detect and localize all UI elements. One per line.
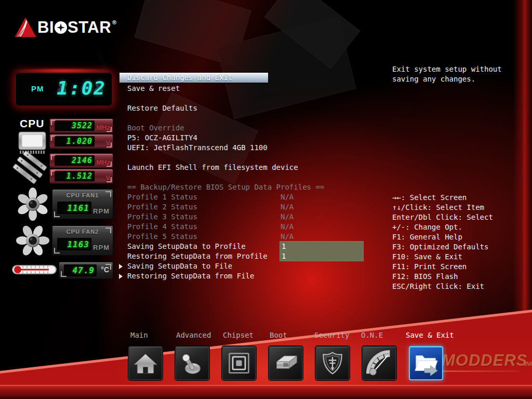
tab-tile-save-exit[interactable] [409,346,443,380]
bios-setup-screen: BISTAR® PM 8:88 1:02 CPU 8888 3522 MHz 8… [0,0,532,399]
tab-bar: Main Advanced Chipset Boot Security O.N.… [0,0,532,399]
tab-chipset[interactable]: Chipset [223,330,254,340]
tab-tile-security[interactable] [315,346,350,380]
tab-tile-one[interactable] [362,346,396,380]
tab-tile-advanced[interactable] [175,346,209,380]
home-icon [132,350,158,376]
tab-one[interactable]: O.N.E [361,330,383,340]
drive-icon [273,350,299,376]
tab-advanced[interactable]: Advanced [176,330,211,340]
tab-boot[interactable]: Boot [270,330,287,340]
tab-save-exit[interactable]: Save & Exit [406,330,454,340]
shield-icon [320,350,345,376]
tab-tile-chipset[interactable] [222,346,256,380]
tab-main[interactable]: Main [130,330,148,340]
chip-icon [226,350,252,376]
folder-exit-icon [413,350,440,377]
tab-tile-main[interactable] [128,346,163,380]
gauge-icon [366,350,392,376]
switch-icon [179,350,205,376]
tab-tile-boot[interactable] [269,346,303,380]
tab-security[interactable]: Security [314,330,349,340]
